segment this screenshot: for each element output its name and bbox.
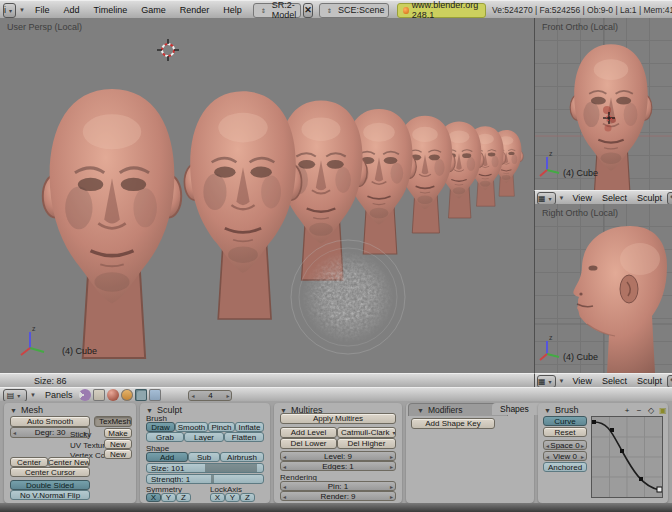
menu-add[interactable]: Add [56,5,86,15]
zoom-out-icon[interactable]: − [634,406,644,415]
header-collapse-icon[interactable]: ▼ [19,7,25,13]
front-header-collapse-icon[interactable]: ▼ [559,195,565,201]
subdiv-type-dropdown[interactable]: Catmull-Clark▾ [337,427,396,438]
multires-level-stepper[interactable]: ◂ 4 ▸ [188,390,232,401]
brush-grab-toggle[interactable]: Grab [146,432,184,442]
center-new-button[interactable]: Center New [48,457,90,467]
brush-smooth-toggle[interactable]: Smooth [175,422,208,432]
version-link[interactable]: www.blender.org 248.1 [397,3,486,18]
strength-slider[interactable]: Strength: 1 [146,474,264,484]
screen-close-icon[interactable]: ✕ [303,3,313,18]
texmesh-field[interactable]: TexMesh: [94,416,132,427]
window-type-icon[interactable]: i▾ [3,3,16,18]
editing-context-icon[interactable] [135,389,147,401]
add-shape-key-button[interactable]: Add Shape Key [411,418,495,429]
main-3d-viewport[interactable]: z User Persp (Local) (4) Cube [0,18,534,373]
front-menu-view[interactable]: View [568,193,597,203]
script-context-icon[interactable] [93,389,105,401]
shading-context-icon[interactable] [107,389,119,401]
profile-head[interactable] [573,226,667,373]
sculpt-collapse-icon[interactable]: ▼ [146,407,153,414]
right-menu-sculpt[interactable]: Sculpt [632,376,667,386]
double-sided-toggle[interactable]: Double Sided [10,480,90,490]
right-axis-gizmo: z [540,334,559,360]
curve-toggle[interactable]: Curve [543,416,587,426]
shape-add-toggle[interactable]: Add [146,452,188,462]
del-lower-button[interactable]: Del Lower [280,438,337,449]
modifiers-collapse-icon[interactable]: ▼ [417,407,424,414]
symmetry-z-toggle[interactable]: Z [176,493,191,502]
front-viewport-canvas[interactable]: z [535,18,672,190]
anchored-toggle[interactable]: Anchored [543,462,587,472]
logic-context-icon[interactable] [79,389,91,401]
sculpted-heads-row[interactable] [43,89,523,358]
sticky-make-button[interactable]: Make [104,428,132,438]
mesh-collapse-icon[interactable]: ▼ [10,407,17,414]
right-ortho-viewport[interactable]: z Right Ortho (Local) (4) Cube [534,204,672,373]
menu-timeline[interactable]: Timeline [87,5,135,15]
menu-help[interactable]: Help [216,5,249,15]
no-vnormal-flip-toggle[interactable]: No V.Normal Flip [10,490,90,500]
buttons-window-type-icon[interactable]: ▤▾ [3,389,27,402]
brush-inflate-toggle[interactable]: Inflate [235,422,264,432]
menu-render[interactable]: Render [173,5,217,15]
menu-game[interactable]: Game [134,5,173,15]
curve-tools-icon[interactable]: ◇ [646,406,656,415]
uv-texture-new-button[interactable]: New [104,439,132,449]
brush-collapse-icon[interactable]: ▼ [544,407,551,414]
front-mode-dropdown[interactable]: ✎ Scul [667,192,672,205]
edges-stepper[interactable]: ◂Edges: 1▸ [280,461,396,471]
right-menu-select[interactable]: Select [597,376,632,386]
lockaxis-z-toggle[interactable]: Z [240,493,255,502]
brush-pinch-toggle[interactable]: Pinch [208,422,235,432]
right-menu-view[interactable]: View [568,376,597,386]
stepper-right-icon[interactable]: ▸ [226,392,229,399]
shape-sub-toggle[interactable]: Sub [188,452,220,462]
pin-stepper[interactable]: ◂Pin: 1▸ [280,481,396,491]
buttons-header-collapse-icon[interactable]: ▼ [30,392,36,398]
right-mode-dropdown[interactable]: ✎ Scul [667,375,672,388]
reset-button[interactable]: Reset [543,427,587,437]
add-level-button[interactable]: Add Level [280,427,337,438]
front-axis-gizmo: z [540,150,559,176]
size-slider[interactable]: Size: 101 [146,463,264,473]
viewport-type-icon[interactable]: ▦▾ [537,192,556,205]
screen-selector[interactable]: ⇕ SR:2-Model [253,3,302,18]
center-cursor-button[interactable]: Center Cursor [10,467,90,477]
object-context-icon[interactable] [121,389,133,401]
brush-curve-widget[interactable] [591,416,663,498]
brush-draw-toggle[interactable]: Draw [146,422,175,432]
right-viewport-canvas[interactable]: z [535,204,672,373]
auto-smooth-button[interactable]: Auto Smooth [10,416,90,427]
stepper-left-icon[interactable]: ◂ [191,392,194,399]
scene-selector[interactable]: ⇕ SCE:Scene [319,3,390,18]
zoom-in-icon[interactable]: + [622,406,632,415]
brush-flatten-toggle[interactable]: Flatten [224,432,264,442]
shape-airbrush-toggle[interactable]: Airbrush [220,452,264,462]
symmetry-x-toggle[interactable]: X [146,493,161,502]
front-object-label: (4) Cube [563,168,598,178]
panels-menu[interactable]: Panels [45,390,73,400]
apply-multires-button[interactable]: Apply Multires [280,413,396,424]
brush-layer-toggle[interactable]: Layer [184,432,224,442]
scene-context-icon[interactable] [149,389,161,401]
viewport-type-icon[interactable]: ▦▾ [537,375,556,388]
front-ortho-viewport[interactable]: z Front Ortho (Local) (4) Cube [534,18,672,190]
del-higher-button[interactable]: Del Higher [337,438,396,449]
space-stepper[interactable]: ◂Space 0▸ [543,440,587,450]
menu-file[interactable]: File [28,5,57,15]
clipping-icon[interactable]: ▣ [658,406,668,415]
symmetry-y-toggle[interactable]: Y [161,493,176,502]
lockaxis-x-toggle[interactable]: X [210,493,225,502]
front-menu-sculpt[interactable]: Sculpt [632,193,667,203]
render-stepper[interactable]: ◂Render: 9▸ [280,491,396,501]
front-menu-select[interactable]: Select [597,193,632,203]
center-button[interactable]: Center [10,457,48,467]
main-viewport-canvas[interactable]: z [0,18,534,373]
view-stepper[interactable]: ◂View 0▸ [543,451,587,461]
vertex-color-new-button[interactable]: New [104,449,132,459]
lockaxis-y-toggle[interactable]: Y [225,493,240,502]
right-object-label: (4) Cube [563,352,598,362]
right-header-collapse-icon[interactable]: ▼ [559,378,565,384]
level-stepper[interactable]: ◂Level: 9▸ [280,451,396,461]
